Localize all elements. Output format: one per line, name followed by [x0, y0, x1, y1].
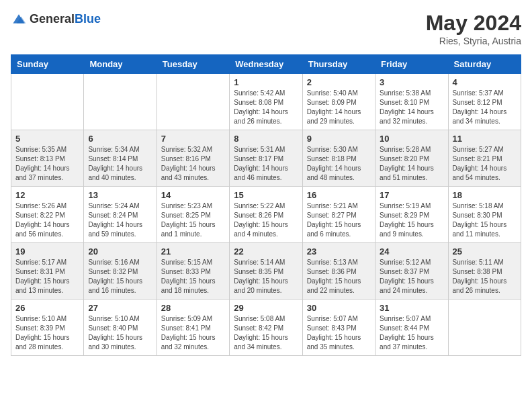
calendar-cell: 19Sunrise: 5:17 AMSunset: 8:31 PMDayligh… [11, 243, 84, 300]
calendar-cell: 1Sunrise: 5:42 AMSunset: 8:08 PMDaylight… [230, 74, 302, 130]
day-number: 5 [15, 134, 79, 144]
day-number: 27 [88, 303, 152, 313]
day-number: 3 [380, 77, 443, 87]
day-info: Sunrise: 5:14 AMSunset: 8:35 PMDaylight:… [234, 258, 298, 295]
day-info: Sunrise: 5:12 AMSunset: 8:37 PMDaylight:… [380, 258, 443, 295]
calendar-cell: 23Sunrise: 5:13 AMSunset: 8:36 PMDayligh… [302, 243, 375, 300]
day-number: 30 [307, 303, 371, 313]
calendar-cell: 11Sunrise: 5:27 AMSunset: 8:21 PMDayligh… [448, 130, 521, 187]
day-number: 7 [161, 134, 225, 144]
calendar-cell [448, 300, 521, 356]
calendar-cell: 25Sunrise: 5:11 AMSunset: 8:38 PMDayligh… [448, 243, 521, 300]
day-info: Sunrise: 5:10 AMSunset: 8:39 PMDaylight:… [15, 314, 79, 352]
day-number: 12 [15, 190, 79, 200]
day-info: Sunrise: 5:15 AMSunset: 8:33 PMDaylight:… [161, 258, 225, 295]
day-info: Sunrise: 5:17 AMSunset: 8:31 PMDaylight:… [15, 258, 79, 295]
day-number: 26 [15, 303, 79, 313]
day-number: 6 [88, 134, 152, 144]
day-number: 2 [307, 77, 371, 87]
calendar-body: 1Sunrise: 5:42 AMSunset: 8:08 PMDaylight… [11, 74, 521, 356]
calendar-header: SundayMondayTuesdayWednesdayThursdayFrid… [11, 55, 521, 74]
day-info: Sunrise: 5:42 AMSunset: 8:08 PMDaylight:… [234, 89, 298, 126]
logo-text: GeneralBlue [30, 12, 101, 26]
calendar-cell: 24Sunrise: 5:12 AMSunset: 8:37 PMDayligh… [375, 243, 448, 300]
page-header: GeneralBlue May 2024 Ries, Styria, Austr… [11, 11, 521, 46]
day-number: 9 [307, 134, 371, 144]
calendar-week-3: 12Sunrise: 5:26 AMSunset: 8:22 PMDayligh… [11, 187, 521, 243]
day-info: Sunrise: 5:26 AMSunset: 8:22 PMDaylight:… [15, 201, 79, 239]
day-info: Sunrise: 5:13 AMSunset: 8:36 PMDaylight:… [307, 258, 371, 295]
day-info: Sunrise: 5:19 AMSunset: 8:29 PMDaylight:… [380, 201, 443, 239]
day-number: 4 [453, 77, 517, 87]
day-info: Sunrise: 5:07 AMSunset: 8:43 PMDaylight:… [307, 314, 371, 352]
day-number: 20 [88, 246, 152, 257]
day-number: 17 [380, 190, 443, 200]
day-number: 31 [380, 303, 443, 313]
header-tuesday: Tuesday [157, 55, 229, 74]
day-number: 15 [234, 190, 298, 200]
header-friday: Friday [375, 55, 448, 74]
day-info: Sunrise: 5:31 AMSunset: 8:17 PMDaylight:… [234, 145, 298, 183]
day-info: Sunrise: 5:11 AMSunset: 8:38 PMDaylight:… [453, 258, 517, 295]
day-info: Sunrise: 5:09 AMSunset: 8:41 PMDaylight:… [161, 314, 225, 352]
calendar-title: May 2024 [426, 11, 521, 36]
day-number: 11 [453, 134, 517, 144]
day-info: Sunrise: 5:35 AMSunset: 8:13 PMDaylight:… [15, 145, 79, 183]
calendar-cell: 2Sunrise: 5:40 AMSunset: 8:09 PMDaylight… [302, 74, 375, 130]
day-number: 29 [234, 303, 298, 313]
calendar-cell: 4Sunrise: 5:37 AMSunset: 8:12 PMDaylight… [448, 74, 521, 130]
calendar-cell: 8Sunrise: 5:31 AMSunset: 8:17 PMDaylight… [230, 130, 302, 187]
calendar-cell: 9Sunrise: 5:30 AMSunset: 8:18 PMDaylight… [302, 130, 375, 187]
calendar-week-4: 19Sunrise: 5:17 AMSunset: 8:31 PMDayligh… [11, 243, 521, 300]
day-number: 16 [307, 190, 371, 200]
calendar-cell: 17Sunrise: 5:19 AMSunset: 8:29 PMDayligh… [375, 187, 448, 243]
day-number: 21 [161, 246, 225, 257]
calendar-cell [11, 74, 84, 130]
day-info: Sunrise: 5:07 AMSunset: 8:44 PMDaylight:… [380, 314, 443, 352]
calendar-week-1: 1Sunrise: 5:42 AMSunset: 8:08 PMDaylight… [11, 74, 521, 130]
day-info: Sunrise: 5:24 AMSunset: 8:24 PMDaylight:… [88, 201, 152, 239]
day-info: Sunrise: 5:30 AMSunset: 8:18 PMDaylight:… [307, 145, 371, 183]
calendar-cell: 20Sunrise: 5:16 AMSunset: 8:32 PMDayligh… [84, 243, 157, 300]
calendar-location: Ries, Styria, Austria [426, 36, 521, 46]
logo-general: General [30, 12, 75, 26]
calendar-cell: 12Sunrise: 5:26 AMSunset: 8:22 PMDayligh… [11, 187, 84, 243]
calendar-cell: 21Sunrise: 5:15 AMSunset: 8:33 PMDayligh… [157, 243, 229, 300]
header-thursday: Thursday [302, 55, 375, 74]
day-info: Sunrise: 5:23 AMSunset: 8:25 PMDaylight:… [161, 201, 225, 239]
calendar-cell: 27Sunrise: 5:10 AMSunset: 8:40 PMDayligh… [84, 300, 157, 356]
calendar-cell: 7Sunrise: 5:32 AMSunset: 8:16 PMDaylight… [157, 130, 229, 187]
calendar-cell: 26Sunrise: 5:10 AMSunset: 8:39 PMDayligh… [11, 300, 84, 356]
logo-blue: Blue [75, 12, 101, 26]
logo: GeneralBlue [11, 11, 101, 27]
day-info: Sunrise: 5:27 AMSunset: 8:21 PMDaylight:… [453, 145, 517, 183]
day-info: Sunrise: 5:08 AMSunset: 8:42 PMDaylight:… [234, 314, 298, 352]
calendar-cell: 29Sunrise: 5:08 AMSunset: 8:42 PMDayligh… [230, 300, 302, 356]
calendar-cell: 14Sunrise: 5:23 AMSunset: 8:25 PMDayligh… [157, 187, 229, 243]
calendar-cell [84, 74, 157, 130]
calendar-cell: 3Sunrise: 5:38 AMSunset: 8:10 PMDaylight… [375, 74, 448, 130]
calendar-cell: 31Sunrise: 5:07 AMSunset: 8:44 PMDayligh… [375, 300, 448, 356]
day-number: 28 [161, 303, 225, 313]
day-number: 24 [380, 246, 443, 257]
header-sunday: Sunday [11, 55, 84, 74]
calendar-cell: 30Sunrise: 5:07 AMSunset: 8:43 PMDayligh… [302, 300, 375, 356]
header-wednesday: Wednesday [230, 55, 302, 74]
day-number: 18 [453, 190, 517, 200]
header-monday: Monday [84, 55, 157, 74]
day-info: Sunrise: 5:34 AMSunset: 8:14 PMDaylight:… [88, 145, 152, 183]
day-number: 1 [234, 77, 298, 87]
logo-icon [11, 11, 27, 27]
day-number: 23 [307, 246, 371, 257]
day-number: 14 [161, 190, 225, 200]
day-info: Sunrise: 5:18 AMSunset: 8:30 PMDaylight:… [453, 201, 517, 239]
calendar-cell: 18Sunrise: 5:18 AMSunset: 8:30 PMDayligh… [448, 187, 521, 243]
calendar-cell: 28Sunrise: 5:09 AMSunset: 8:41 PMDayligh… [157, 300, 229, 356]
day-number: 22 [234, 246, 298, 257]
calendar-cell: 13Sunrise: 5:24 AMSunset: 8:24 PMDayligh… [84, 187, 157, 243]
header-row: SundayMondayTuesdayWednesdayThursdayFrid… [11, 55, 521, 74]
calendar-week-2: 5Sunrise: 5:35 AMSunset: 8:13 PMDaylight… [11, 130, 521, 187]
calendar-cell: 16Sunrise: 5:21 AMSunset: 8:27 PMDayligh… [302, 187, 375, 243]
calendar-table: SundayMondayTuesdayWednesdayThursdayFrid… [11, 54, 521, 356]
calendar-cell: 22Sunrise: 5:14 AMSunset: 8:35 PMDayligh… [230, 243, 302, 300]
